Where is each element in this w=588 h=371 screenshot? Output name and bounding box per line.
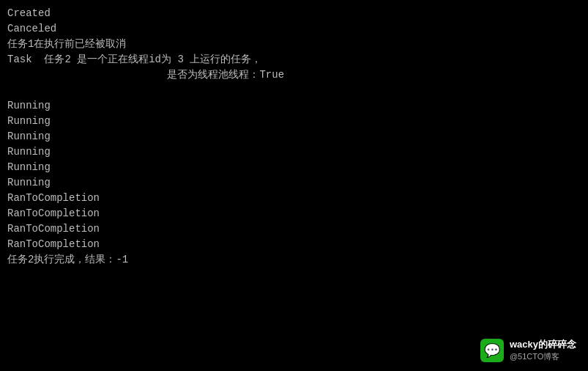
line-task1-canceled: 任务1在执行前已经被取消 [7, 37, 581, 52]
line-ran2: RanToCompletion [7, 206, 581, 221]
terminal-output: CreatedCanceled任务1在执行前已经被取消Task 任务2 是一个正… [7, 6, 581, 268]
line-running6: Running [7, 175, 581, 191]
watermark-text-block: wacky的碎碎念 @51CTO博客 [510, 338, 576, 362]
watermark-name: wacky的碎碎念 [510, 338, 576, 351]
wechat-icon: 💬 [480, 339, 504, 362]
line-result: 任务2执行完成，结果：-1 [7, 252, 581, 268]
terminal-window: CreatedCanceled任务1在执行前已经被取消Task 任务2 是一个正… [0, 0, 588, 371]
line-running2: Running [7, 114, 581, 129]
line-running4: Running [7, 144, 581, 160]
line-ran4: RanToCompletion [7, 237, 581, 252]
line-canceled: Canceled [7, 21, 581, 37]
line-empty1 [7, 83, 581, 98]
line-running5: Running [7, 160, 581, 175]
watermark-blog: @51CTO博客 [510, 351, 576, 362]
line-task2-info: Task 任务2 是一个正在线程id为 3 上运行的任务， [7, 52, 581, 67]
line-ran3: RanToCompletion [7, 221, 581, 237]
line-running3: Running [7, 129, 581, 144]
line-ran1: RanToCompletion [7, 191, 581, 206]
line-thread-pool: 是否为线程池线程：True [7, 67, 581, 83]
line-running1: Running [7, 98, 581, 114]
line-created: Created [7, 6, 581, 21]
watermark: 💬 wacky的碎碎念 @51CTO博客 [480, 338, 576, 362]
